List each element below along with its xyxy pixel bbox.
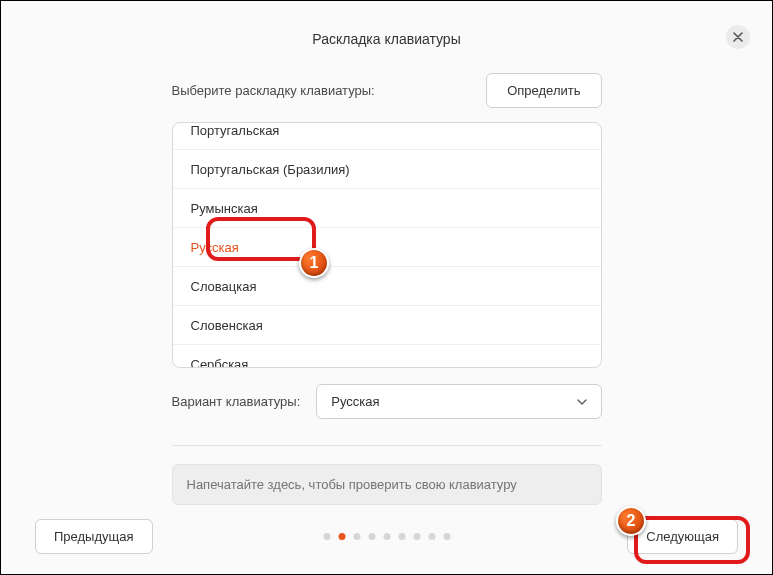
layout-option[interactable]: Словенская — [173, 306, 601, 345]
layout-option[interactable]: Русская — [173, 228, 601, 267]
layout-listbox[interactable]: ПортугальскаяПортугальская (Бразилия)Рум… — [172, 122, 602, 368]
pager-dot — [413, 533, 420, 540]
divider — [172, 445, 602, 446]
pager-dots — [323, 533, 450, 540]
layout-option[interactable]: Словацкая — [173, 267, 601, 306]
close-button[interactable] — [726, 25, 750, 49]
layout-option[interactable]: Португальская (Бразилия) — [173, 150, 601, 189]
layout-option[interactable]: Румынская — [173, 189, 601, 228]
keyboard-test-input[interactable] — [172, 464, 602, 505]
page-title: Раскладка клавиатуры — [1, 1, 772, 47]
previous-button[interactable]: Предыдущая — [35, 519, 153, 554]
content-area: Выберите раскладку клавиатуры: Определит… — [172, 47, 602, 505]
prompt-label: Выберите раскладку клавиатуры: — [172, 83, 375, 98]
installer-window: Раскладка клавиатуры Выберите раскладку … — [0, 0, 773, 575]
variant-row: Вариант клавиатуры: Русская — [172, 384, 602, 419]
layout-option[interactable]: Португальская — [173, 122, 601, 150]
layout-option[interactable]: Сербская — [173, 345, 601, 368]
variant-label: Вариант клавиатуры: — [172, 394, 301, 409]
pager-dot — [398, 533, 405, 540]
variant-select[interactable]: Русская — [316, 384, 601, 419]
pager-dot — [323, 533, 330, 540]
pager-dot — [443, 533, 450, 540]
prompt-row: Выберите раскладку клавиатуры: Определит… — [172, 73, 602, 108]
chevron-down-icon — [577, 397, 587, 407]
pager-dot — [338, 533, 345, 540]
detect-button[interactable]: Определить — [486, 73, 601, 108]
pager-dot — [368, 533, 375, 540]
pager-dot — [383, 533, 390, 540]
pager-dot — [353, 533, 360, 540]
pager-dot — [428, 533, 435, 540]
close-icon — [733, 29, 743, 45]
variant-value: Русская — [331, 394, 379, 409]
footer: Предыдущая Следующая — [1, 519, 772, 554]
next-button[interactable]: Следующая — [627, 519, 738, 554]
